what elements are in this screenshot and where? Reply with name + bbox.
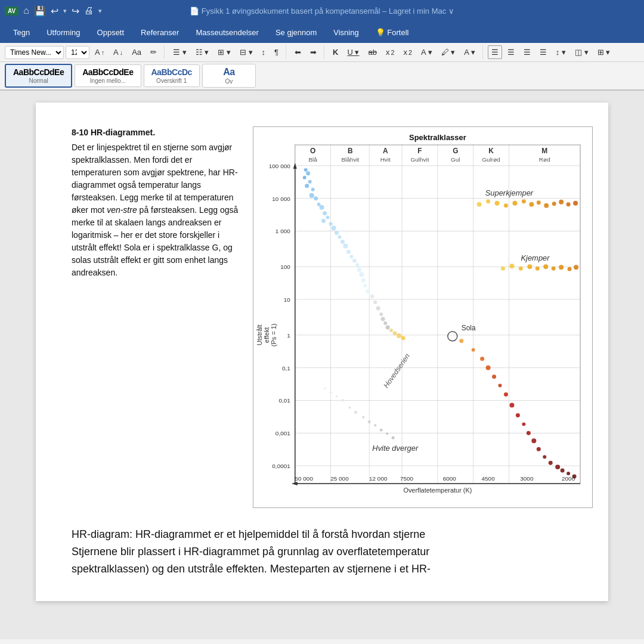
- svg-point-60: [304, 168, 308, 172]
- style-normal-label: Normal: [13, 78, 64, 84]
- sort-button[interactable]: ↕: [258, 45, 270, 59]
- redo-icon[interactable]: ↪: [72, 5, 79, 17]
- section-title: 8-10 HR-diagrammet.: [72, 126, 239, 139]
- svg-text:0,0001: 0,0001: [272, 463, 290, 469]
- style-normal-preview: AaBbCcDdEe: [13, 67, 64, 77]
- svg-point-79: [346, 250, 351, 254]
- justify-button[interactable]: ☰: [536, 45, 550, 59]
- paragraph-mark-button[interactable]: ¶: [271, 45, 282, 59]
- indent-increase-button[interactable]: ➡: [306, 45, 320, 59]
- style-heading2[interactable]: Aa Ov: [202, 64, 256, 88]
- svg-point-80: [349, 255, 353, 258]
- style-heading2-label: Ov: [210, 78, 248, 85]
- subscript-button[interactable]: x2: [382, 45, 398, 59]
- line-spacing-button[interactable]: ↕ ▾: [552, 45, 569, 59]
- underline-button[interactable]: U ▾: [343, 45, 363, 59]
- save-icon[interactable]: 💾: [34, 5, 46, 17]
- svg-point-129: [559, 200, 564, 205]
- bold-button[interactable]: K: [329, 45, 342, 59]
- style-heading1[interactable]: AaBbCcDc Overskrift 1: [144, 64, 200, 87]
- saved-text: – Lagret i min Mac ∨: [382, 7, 454, 16]
- toolbar: Times New... 12 A↑ A↓ Aa ✏ ☰ ▾ ☷ ▾ ⊞ ▾ ⊟…: [0, 43, 644, 62]
- tab-utforming[interactable]: Utforming: [38, 21, 88, 43]
- bottom-line-3: spektralklassen) og den utstråle effekte…: [72, 561, 572, 578]
- svg-point-136: [535, 267, 540, 271]
- shading-fill-button[interactable]: ◫ ▾: [571, 45, 592, 59]
- hr-diagram: Spektralklasser O Blå B Blåhvit A Hvit: [253, 126, 593, 508]
- svg-text:12 000: 12 000: [369, 475, 388, 482]
- svg-point-78: [343, 243, 348, 248]
- svg-point-123: [512, 201, 517, 206]
- svg-point-109: [522, 422, 525, 426]
- font-color-button[interactable]: A ▾: [417, 45, 436, 59]
- svg-point-146: [368, 420, 371, 423]
- number-list-button[interactable]: ☷ ▾: [192, 45, 213, 59]
- style-no-spacing[interactable]: AaBbCcDdEe Ingen mello...: [75, 64, 141, 87]
- print-icon[interactable]: 🖨: [84, 5, 94, 16]
- svg-point-102: [480, 357, 484, 361]
- svg-point-74: [332, 226, 336, 231]
- font-family-select[interactable]: Times New...: [5, 46, 64, 59]
- tab-referanser[interactable]: Referanser: [132, 21, 187, 43]
- svg-text:Gul: Gul: [451, 156, 460, 163]
- indent-decrease-button[interactable]: ⬅: [291, 45, 305, 59]
- document-page: 8-10 HR-diagrammet. Det er linjespektret…: [36, 103, 608, 601]
- home-icon[interactable]: ⌂: [23, 5, 29, 16]
- svg-point-73: [329, 222, 333, 226]
- svg-point-112: [537, 447, 541, 451]
- svg-point-106: [504, 392, 508, 397]
- tab-visning[interactable]: Visning: [325, 21, 367, 43]
- svg-text:4500: 4500: [482, 475, 496, 482]
- svg-point-149: [386, 432, 388, 435]
- superscript-button[interactable]: x2: [400, 45, 416, 59]
- style-row: AaBbCcDdEe Normal AaBbCcDdEe Ingen mello…: [0, 62, 644, 91]
- svg-point-81: [352, 259, 357, 263]
- tab-oppsett[interactable]: Oppsett: [89, 21, 133, 43]
- svg-text:O: O: [310, 147, 315, 155]
- tab-se-gjennom[interactable]: Se gjennom: [267, 21, 325, 43]
- align-right-button[interactable]: ☰: [520, 45, 534, 59]
- svg-point-148: [380, 429, 383, 432]
- list-style-2-button[interactable]: ⊟ ▾: [236, 45, 256, 59]
- style-normal[interactable]: AaBbCcDdEe Normal: [5, 64, 72, 88]
- svg-point-142: [341, 399, 344, 402]
- svg-point-94: [386, 325, 390, 329]
- document-title: 📄 Fysikk 1 øvingsdokument basert på komp…: [190, 7, 454, 16]
- svg-point-119: [477, 202, 482, 207]
- highlight-color-button[interactable]: 🖊 ▾: [438, 45, 459, 59]
- svg-text:A: A: [383, 147, 388, 155]
- svg-point-152: [329, 391, 332, 394]
- align-center-button[interactable]: ☰: [504, 45, 518, 59]
- svg-point-87: [366, 289, 370, 293]
- svg-point-83: [357, 268, 361, 272]
- font-shrink-button[interactable]: A↓: [110, 45, 126, 59]
- av-badge: AV: [5, 7, 18, 16]
- tab-tegn[interactable]: Tegn: [5, 21, 38, 43]
- left-toolbar-icons: AV ⌂ 💾 ↩ ▾ ↪ 🖨 ▾: [5, 5, 102, 17]
- svg-point-124: [522, 199, 526, 203]
- svg-point-85: [361, 278, 366, 283]
- undo-icon[interactable]: ↩: [51, 5, 58, 17]
- tab-fortell[interactable]: 💡 Fortell: [367, 21, 417, 43]
- svg-text:1: 1: [287, 332, 290, 339]
- svg-point-131: [573, 201, 578, 206]
- bullet-list-button[interactable]: ☰ ▾: [169, 45, 190, 59]
- svg-point-116: [561, 469, 565, 473]
- svg-point-115: [555, 465, 560, 469]
- svg-point-98: [401, 336, 405, 340]
- svg-point-132: [501, 267, 505, 271]
- strikethrough-button[interactable]: ab: [364, 45, 380, 59]
- list-style-1-button[interactable]: ⊞ ▾: [214, 45, 234, 59]
- align-left-button[interactable]: ☰: [488, 45, 502, 59]
- font-size-select[interactable]: 12: [66, 46, 89, 59]
- svg-text:0,01: 0,01: [278, 397, 290, 404]
- svg-point-68: [317, 203, 321, 206]
- font-highlight-button[interactable]: ✏: [147, 45, 160, 59]
- tab-masseutsendelser[interactable]: Masseutsendelser: [187, 21, 267, 43]
- kjemper-label: Kjemper: [521, 253, 550, 262]
- font-case-button[interactable]: Aa: [128, 45, 145, 59]
- shading-button[interactable]: A ▾: [460, 45, 479, 59]
- bottom-text-section: HR-diagram: HR-diagrammet er et hjelpemi…: [72, 520, 572, 577]
- border-button[interactable]: ⊞ ▾: [594, 45, 614, 59]
- font-grow-button[interactable]: A↑: [91, 45, 108, 59]
